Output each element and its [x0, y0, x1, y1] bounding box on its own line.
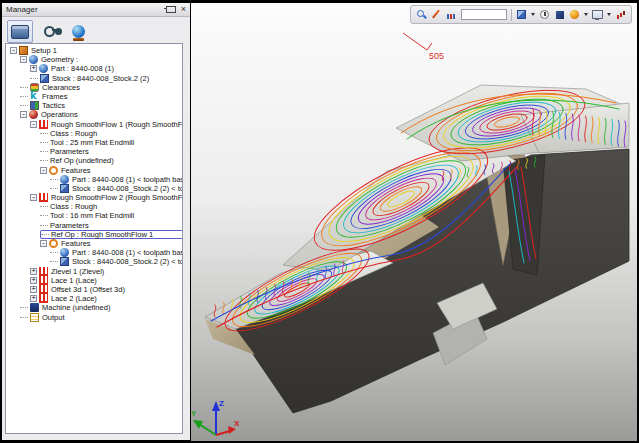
chevron-down-icon[interactable]: [584, 13, 588, 16]
expand-toggle[interactable]: -: [40, 240, 47, 247]
tree-item-label: Stock : 8440-008_Stock.2 (2): [52, 74, 149, 83]
tree-item-icon: [29, 110, 38, 119]
tree-item[interactable]: - Features: [6, 239, 182, 248]
view-cube-icon[interactable]: [516, 9, 527, 20]
expand-toggle[interactable]: +: [30, 286, 37, 293]
tree-item-icon: [39, 285, 48, 294]
quick-search-input[interactable]: [461, 9, 507, 20]
tree-item-content: Class : Rough: [40, 129, 97, 138]
tree-item[interactable]: Parameters: [6, 221, 182, 230]
tree-item-label: Stock : 8440-008_Stock.2 (2) < toolpath …: [72, 184, 183, 193]
tree-item[interactable]: - Geometry :: [6, 55, 182, 64]
pin-icon[interactable]: [166, 6, 176, 13]
tree-item[interactable]: - Rough SmoothFlow 2 (Rough SmoothFlow): [6, 193, 182, 202]
chevron-down-icon[interactable]: [607, 13, 611, 16]
tree-item[interactable]: - Operations: [6, 110, 182, 119]
tree-item[interactable]: Frames: [6, 92, 182, 101]
tree-item[interactable]: + Part : 8440-008 (1): [6, 64, 182, 73]
tree-item[interactable]: - Rough SmoothFlow 1 (Rough SmoothFlow): [6, 120, 182, 129]
tree-item-icon: [40, 74, 49, 83]
tree-item-label: Operations: [41, 110, 78, 119]
tree-item[interactable]: Ref Op : Rough SmoothFlow 1: [6, 230, 182, 239]
tree-dash: [30, 78, 38, 79]
tab-world[interactable]: [65, 20, 91, 43]
tree-item-content: Ref Op : Rough SmoothFlow 1: [40, 230, 183, 239]
tree-item-label: Parameters: [50, 221, 89, 230]
tree-item-label: Class : Rough: [50, 129, 97, 138]
tree-item[interactable]: Output: [6, 312, 182, 321]
tree-item[interactable]: Stock : 8440-008_Stock.2 (2) < toolpath …: [6, 184, 182, 193]
tree-item-icon: [30, 303, 39, 312]
expand-toggle[interactable]: -: [40, 167, 47, 174]
tree-item[interactable]: Tool : 16 mm Flat Endmill: [6, 211, 182, 220]
tree-item-icon: [30, 313, 39, 322]
axis-x-label: X: [234, 419, 240, 428]
tree-dash: [20, 307, 28, 308]
expand-toggle[interactable]: +: [30, 277, 37, 284]
tree-item-content: Parameters: [40, 147, 89, 156]
tab-glasses[interactable]: [36, 20, 62, 43]
tree-item[interactable]: + Offset 3d 1 (Offset 3d): [6, 285, 182, 294]
expand-toggle[interactable]: -: [30, 121, 37, 128]
tree-item-icon: [39, 267, 48, 276]
tree-item-icon: [19, 46, 28, 55]
tree-item-label: Output: [42, 313, 65, 322]
solid-icon[interactable]: [554, 9, 565, 20]
expand-toggle[interactable]: +: [30, 65, 37, 72]
tree-item[interactable]: + Lace 1 (Lace): [6, 276, 182, 285]
tree-item[interactable]: Parameters: [6, 147, 182, 156]
tree-item-label: Tactics: [42, 101, 65, 110]
globe-icon: [72, 25, 85, 38]
close-icon[interactable]: ×: [181, 5, 186, 14]
expand-toggle[interactable]: -: [10, 47, 17, 54]
tree-item[interactable]: Part : 8440-008 (1) < toolpath base on s…: [6, 248, 182, 257]
tree-item-content: Output: [20, 313, 65, 322]
panel-header: Manager ×: [2, 3, 190, 17]
tree-item[interactable]: - Features: [6, 165, 182, 174]
tab-solids[interactable]: [7, 20, 33, 43]
tree-item[interactable]: + Zlevel 1 (Zlevel): [6, 267, 182, 276]
expand-toggle[interactable]: -: [30, 194, 37, 201]
tree-item-label: Tool : 16 mm Flat Endmill: [50, 211, 134, 220]
tree-item-icon: [49, 166, 58, 175]
tree-item-icon: [49, 239, 58, 248]
viewport-toolbar: [410, 5, 632, 24]
tree-item[interactable]: + Lace 2 (Lace): [6, 294, 182, 303]
tree-item[interactable]: Part : 8440-008 (1) < toolpath base on s…: [6, 175, 182, 184]
graphics-viewport[interactable]: 505 Z Y X: [191, 3, 637, 441]
tree-item[interactable]: Stock : 8440-008_Stock.2 (2) < toolpath …: [6, 257, 182, 266]
expand-toggle[interactable]: +: [30, 268, 37, 275]
expand-toggle[interactable]: -: [20, 111, 27, 118]
tree-item[interactable]: - Setup 1: [6, 46, 182, 55]
expand-toggle[interactable]: -: [20, 56, 27, 63]
app-window: { "panel": { "title": "Manager", "pin_ic…: [0, 0, 639, 443]
measure-icon[interactable]: [446, 9, 457, 20]
tree-item-content: Rough SmoothFlow 1 (Rough SmoothFlow): [39, 120, 183, 129]
clock-icon[interactable]: [539, 9, 550, 20]
tree-item-label: Lace 2 (Lace): [51, 294, 97, 303]
tree-item-icon: [29, 55, 38, 64]
chevron-down-icon[interactable]: [531, 13, 535, 16]
tree-item[interactable]: Machine (undefined): [6, 303, 182, 312]
signal-icon[interactable]: [615, 9, 626, 20]
tree-item-icon: [39, 276, 48, 285]
tree-item[interactable]: Ref Op (undefined): [6, 156, 182, 165]
tree-item-icon: [39, 120, 48, 129]
tree-item[interactable]: Tactics: [6, 101, 182, 110]
tree-dash: [40, 160, 48, 161]
tree-item[interactable]: Stock : 8440-008_Stock.2 (2): [6, 74, 182, 83]
tree-item[interactable]: Tool : 25 mm Flat Endmill: [6, 138, 182, 147]
tree-item[interactable]: Class : Rough: [6, 202, 182, 211]
display-icon[interactable]: [592, 9, 603, 20]
tree-item-content: Ref Op (undefined): [40, 156, 114, 165]
expand-toggle[interactable]: +: [30, 295, 37, 302]
sphere-icon[interactable]: [569, 9, 580, 20]
tree-dash: [20, 96, 28, 97]
tree-item[interactable]: Class : Rough: [6, 129, 182, 138]
tree-item-label: Clearances: [42, 83, 80, 92]
pen-icon[interactable]: [431, 9, 442, 20]
tree-item-content: Clearances: [20, 83, 80, 92]
panel-title: Manager: [6, 5, 38, 14]
search-icon[interactable]: [416, 9, 427, 20]
tree-item-label: Ref Op (undefined): [50, 156, 114, 165]
